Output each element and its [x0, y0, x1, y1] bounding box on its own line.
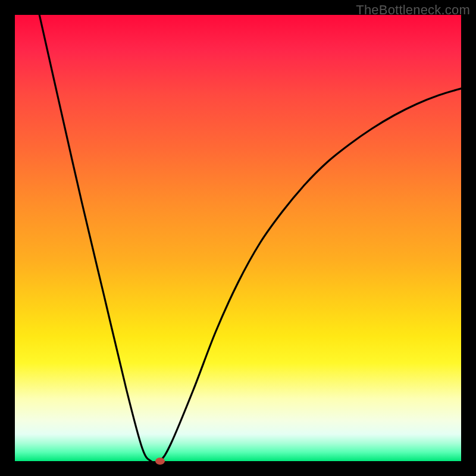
chart-frame: TheBottleneck.com — [0, 0, 476, 476]
optimal-point-marker — [155, 458, 165, 465]
bottleneck-curve-svg — [15, 15, 461, 461]
watermark-text: TheBottleneck.com — [356, 2, 470, 18]
bottleneck-curve-path — [39, 15, 461, 461]
